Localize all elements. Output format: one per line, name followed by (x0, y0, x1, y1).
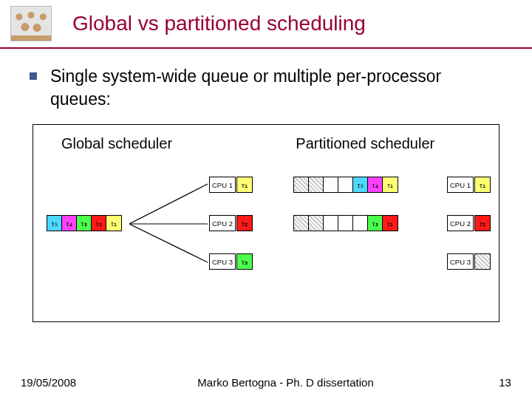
footer-page: 13 (413, 376, 511, 389)
queue-cell-t3: τ₃ (77, 216, 92, 231)
global-queue: τ₅ τ₄ τ₃ τ₂ τ₁ (47, 215, 122, 231)
part-queue-2: τ₃ τ₂ (293, 215, 398, 231)
queue-cell-t4: τ₄ (62, 216, 77, 231)
subtitles: Global scheduler Partitioned scheduler (42, 135, 490, 152)
slide-title: Global vs partitioned scheduling (72, 12, 366, 35)
global-cpu2-label: CPU 2 (209, 215, 236, 231)
queue-cell-empty (338, 216, 353, 231)
queue-cell-t5: τ₅ (353, 177, 368, 192)
diagram-rows: CPU 1 τ₁ τ₅ τ₄ τ₁ CPU 1 τ₁ τ₅ τ₄ (33, 177, 499, 292)
queue-cell-empty (324, 177, 338, 192)
bullet-text: Single system-wide queue or multiple per… (50, 65, 502, 111)
bullet-row: Single system-wide queue or multiple per… (30, 65, 502, 111)
part-queue-1: τ₅ τ₄ τ₁ (293, 177, 398, 193)
slide-footer: 19/05/2008 Marko Bertogna - Ph. D disser… (0, 376, 532, 389)
partitioned-subtitle: Partitioned scheduler (288, 135, 490, 152)
global-cpu3-task: τ₃ (236, 253, 253, 270)
queue-cell-empty (338, 177, 353, 192)
footer-date: 19/05/2008 (21, 376, 158, 389)
part-cpu2-label: CPU 2 (447, 215, 474, 231)
part-cpu1-label: CPU 1 (447, 177, 474, 193)
queue-cell-t3: τ₃ (368, 216, 383, 231)
queue-cell-t4: τ₄ (368, 177, 383, 192)
queue-cell-t1: τ₁ (106, 216, 121, 231)
queue-cell-t1: τ₁ (383, 177, 398, 192)
queue-cell-t2: τ₂ (383, 216, 398, 231)
queue-cell-ghost (309, 177, 324, 192)
global-cpu2-task: τ₂ (236, 215, 253, 231)
queue-cell-empty (353, 216, 368, 231)
part-cpu3-task (474, 253, 491, 270)
global-subtitle: Global scheduler (42, 135, 288, 152)
queue-cell-t5: τ₅ (47, 216, 62, 231)
global-cpu3-label: CPU 3 (209, 253, 236, 270)
queue-cell-ghost (294, 177, 309, 192)
slide-body: Single system-wide queue or multiple per… (0, 49, 532, 322)
queue-cell-ghost (294, 216, 309, 231)
diagram-frame: Global scheduler Partitioned scheduler C… (33, 124, 499, 322)
slide-header: Global vs partitioned scheduling (0, 0, 532, 49)
logo-icon (10, 6, 52, 41)
footer-center: Marko Bertogna - Ph. D dissertation (158, 376, 413, 389)
row-cpu1: CPU 1 τ₁ τ₅ τ₄ τ₁ CPU 1 τ₁ (33, 177, 499, 200)
row-cpu2: τ₅ τ₄ τ₃ τ₂ τ₁ CPU 2 τ₂ τ₃ τ₂ CP (33, 215, 499, 239)
row-cpu3: CPU 3 τ₃ CPU 3 (33, 253, 499, 277)
part-cpu2-task: τ₂ (474, 215, 491, 231)
global-cpu1-task: τ₁ (236, 177, 253, 193)
part-cpu1-task: τ₁ (474, 177, 491, 193)
part-cpu3-label: CPU 3 (447, 253, 474, 270)
global-cpu1-label: CPU 1 (209, 177, 236, 193)
bullet-icon (30, 72, 37, 80)
queue-cell-t2: τ₂ (92, 216, 106, 231)
queue-cell-ghost (309, 216, 324, 231)
queue-cell-empty (324, 216, 338, 231)
